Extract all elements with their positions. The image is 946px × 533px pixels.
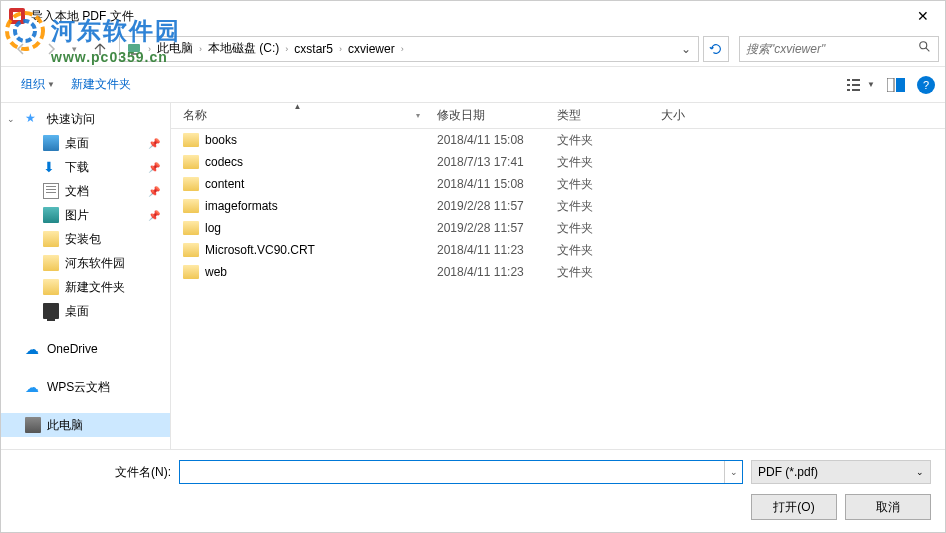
column-header-type[interactable]: 类型 (545, 103, 649, 128)
file-type: 文件夹 (545, 264, 649, 281)
file-row[interactable]: Microsoft.VC90.CRT 2018/4/11 11:23 文件夹 (171, 239, 945, 261)
column-label: 类型 (557, 107, 581, 124)
chevron-right-icon: › (337, 44, 344, 54)
dialog-footer: 文件名(N): ⌄ PDF (*.pdf) ⌄ 打开(O) 取消 (1, 449, 945, 530)
sidebar-item-onedrive[interactable]: ☁ OneDrive (1, 337, 170, 361)
sidebar-item-folder[interactable]: 新建文件夹 (1, 275, 170, 299)
file-list: ▲ 名称 ▾ 修改日期 类型 大小 books 2018/4/11 15:08 … (171, 103, 945, 449)
filename-input[interactable] (180, 461, 724, 483)
filename-input-wrap: ⌄ (179, 460, 743, 484)
new-folder-button[interactable]: 新建文件夹 (63, 72, 139, 97)
column-filter-dropdown[interactable]: ▾ (416, 111, 420, 120)
cloud-icon: ☁ (25, 379, 41, 395)
star-icon: ★ (25, 111, 41, 127)
folder-icon (43, 279, 59, 295)
filetype-select[interactable]: PDF (*.pdf) ⌄ (751, 460, 931, 484)
folder-icon (43, 231, 59, 247)
pc-icon (25, 417, 41, 433)
filename-dropdown[interactable]: ⌄ (724, 461, 742, 483)
svg-rect-8 (852, 89, 860, 91)
file-row[interactable]: content 2018/4/11 15:08 文件夹 (171, 173, 945, 195)
svg-rect-1 (131, 53, 137, 55)
file-name: imageformats (205, 199, 278, 213)
column-label: 名称 (183, 107, 207, 124)
sidebar-label: 桌面 (65, 303, 89, 320)
nav-up-button[interactable] (87, 36, 113, 62)
breadcrumb-item[interactable]: 本地磁盘 (C:) (204, 38, 283, 59)
svg-rect-5 (847, 84, 850, 86)
svg-rect-10 (896, 78, 905, 92)
file-name: content (205, 177, 244, 191)
help-button[interactable]: ? (917, 76, 935, 94)
file-type: 文件夹 (545, 220, 649, 237)
file-row[interactable]: log 2019/2/28 11:57 文件夹 (171, 217, 945, 239)
monitor-icon (43, 303, 59, 319)
sidebar-quick-access[interactable]: ⌄ ★ 快速访问 (1, 107, 170, 131)
file-row[interactable]: codecs 2018/7/13 17:41 文件夹 (171, 151, 945, 173)
sidebar-label: 河东软件园 (65, 255, 125, 272)
chevron-down-icon: ⌄ (916, 467, 924, 477)
breadcrumb-item[interactable]: 此电脑 (153, 38, 197, 59)
column-header-date[interactable]: 修改日期 (425, 103, 545, 128)
sidebar-label: OneDrive (47, 342, 98, 356)
column-header-size[interactable]: 大小 (649, 103, 729, 128)
svg-rect-0 (128, 44, 140, 52)
sidebar-item-folder[interactable]: 桌面 (1, 299, 170, 323)
address-bar[interactable]: › 此电脑 › 本地磁盘 (C:) › cxstar5 › cxviewer ›… (119, 36, 699, 62)
navigation-bar: ▾ › 此电脑 › 本地磁盘 (C:) › cxstar5 › cxviewer… (1, 31, 945, 67)
app-icon (9, 8, 25, 24)
search-icon[interactable] (918, 40, 932, 57)
breadcrumb-item[interactable]: cxviewer (344, 40, 399, 58)
sidebar-item-desktop[interactable]: 桌面 📌 (1, 131, 170, 155)
svg-rect-4 (852, 79, 860, 81)
nav-recent-dropdown[interactable]: ▾ (67, 35, 81, 63)
file-type: 文件夹 (545, 198, 649, 215)
sidebar-label: 新建文件夹 (65, 279, 125, 296)
chevron-right-icon: › (283, 44, 290, 54)
open-button[interactable]: 打开(O) (751, 494, 837, 520)
chevron-right-icon: › (399, 44, 406, 54)
sidebar-item-thispc[interactable]: 此电脑 (1, 413, 170, 437)
sidebar-item-folder[interactable]: 安装包 (1, 227, 170, 251)
column-header-name[interactable]: ▲ 名称 ▾ (171, 103, 425, 128)
view-options-button[interactable]: ▼ (847, 78, 875, 92)
search-input[interactable] (746, 42, 918, 56)
list-view-icon (847, 78, 865, 92)
arrow-up-icon (92, 41, 108, 57)
organize-button[interactable]: 组织 ▼ (13, 72, 63, 97)
sidebar-label: 文档 (65, 183, 89, 200)
file-name: books (205, 133, 237, 147)
sidebar-item-folder[interactable]: 河东软件园 (1, 251, 170, 275)
sidebar-item-downloads[interactable]: ⬇ 下载 📌 (1, 155, 170, 179)
filetype-label: PDF (*.pdf) (758, 465, 818, 479)
sidebar-item-pictures[interactable]: 图片 📌 (1, 203, 170, 227)
file-name: Microsoft.VC90.CRT (205, 243, 315, 257)
search-box[interactable] (739, 36, 939, 62)
folder-icon (183, 155, 199, 169)
filename-label: 文件名(N): (115, 464, 171, 481)
preview-pane-button[interactable] (887, 78, 905, 92)
expand-caret-icon[interactable]: ⌄ (7, 114, 15, 124)
sidebar-item-documents[interactable]: 文档 📌 (1, 179, 170, 203)
file-date: 2018/4/11 11:23 (425, 265, 545, 279)
sidebar-item-wps[interactable]: ☁ WPS云文档 (1, 375, 170, 399)
sidebar-label: 桌面 (65, 135, 89, 152)
nav-back-button[interactable] (7, 35, 35, 63)
file-date: 2018/7/13 17:41 (425, 155, 545, 169)
file-row[interactable]: imageformats 2019/2/28 11:57 文件夹 (171, 195, 945, 217)
nav-forward-button[interactable] (37, 35, 65, 63)
file-row[interactable]: web 2018/4/11 11:23 文件夹 (171, 261, 945, 283)
cancel-button[interactable]: 取消 (845, 494, 931, 520)
refresh-button[interactable] (703, 36, 729, 62)
address-dropdown[interactable]: ⌄ (676, 42, 696, 56)
breadcrumb-item[interactable]: cxstar5 (290, 40, 337, 58)
file-date: 2019/2/28 11:57 (425, 199, 545, 213)
preview-pane-icon (887, 78, 905, 92)
file-row[interactable]: books 2018/4/11 15:08 文件夹 (171, 129, 945, 151)
window-close-button[interactable]: ✕ (900, 1, 945, 31)
pictures-icon (43, 207, 59, 223)
toolbar: 组织 ▼ 新建文件夹 ▼ ? (1, 67, 945, 103)
file-type: 文件夹 (545, 132, 649, 149)
file-date: 2019/2/28 11:57 (425, 221, 545, 235)
breadcrumb: 此电脑 › 本地磁盘 (C:) › cxstar5 › cxviewer › (153, 38, 676, 59)
